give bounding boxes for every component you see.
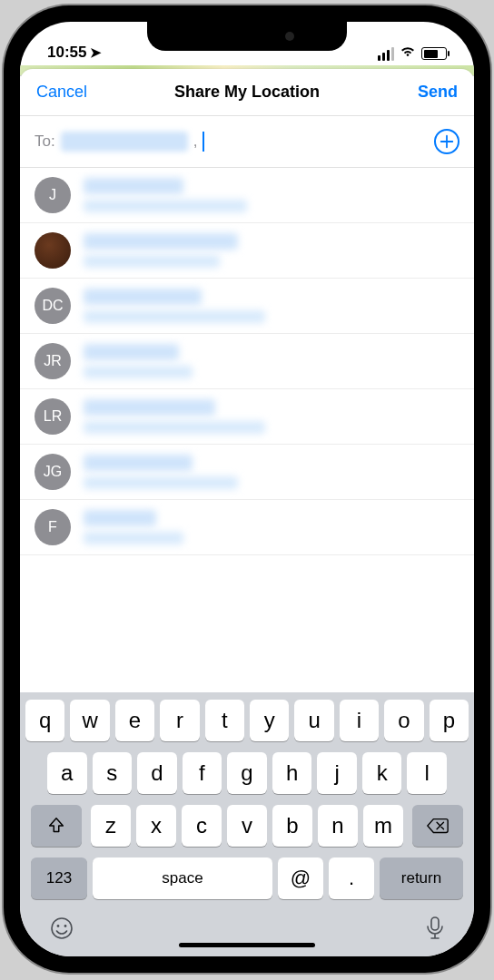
dictation-key[interactable] (425, 916, 445, 947)
contact-detail-redacted (84, 310, 265, 323)
page-title: Share My Location (174, 83, 320, 102)
backspace-key[interactable] (412, 805, 463, 847)
contact-row[interactable]: J (20, 168, 474, 223)
contact-detail-redacted (84, 200, 247, 212)
svg-point-2 (64, 925, 67, 927)
avatar-initials: LR (35, 398, 71, 435)
key-l[interactable]: l (407, 752, 447, 794)
svg-point-0 (52, 918, 72, 938)
key-x[interactable]: x (136, 805, 176, 847)
key-p[interactable]: p (430, 700, 469, 741)
key-u[interactable]: u (294, 700, 333, 741)
recipient-chip[interactable] (61, 132, 188, 152)
key-q[interactable]: q (25, 700, 64, 741)
contact-detail-redacted (84, 255, 220, 268)
avatar-initials: JR (35, 343, 71, 379)
key-o[interactable]: o (384, 700, 423, 741)
contact-row[interactable]: JG (20, 445, 474, 500)
key-m[interactable]: m (363, 805, 403, 847)
key-h[interactable]: h (272, 752, 312, 794)
key-e[interactable]: e (115, 700, 154, 741)
add-contact-button[interactable] (434, 129, 459, 154)
numbers-key[interactable]: 123 (31, 858, 87, 899)
space-key[interactable]: space (93, 858, 272, 899)
avatar-initials: J (35, 177, 71, 213)
contact-detail-redacted (84, 366, 193, 378)
contact-detail-redacted (84, 421, 265, 434)
contact-name-redacted (84, 344, 179, 360)
contact-name-redacted (84, 233, 238, 250)
key-y[interactable]: y (250, 700, 289, 741)
contact-name-redacted (84, 399, 215, 416)
key-v[interactable]: v (227, 805, 267, 847)
at-key[interactable]: @ (278, 858, 323, 899)
key-s[interactable]: s (93, 752, 133, 794)
contact-suggestions-list: JDCJRLRJGF (20, 168, 474, 692)
home-indicator[interactable] (179, 943, 315, 947)
cancel-button[interactable]: Cancel (36, 83, 87, 102)
phone-frame: 10:55 ➤ Cancel Share My Location Send To… (4, 5, 490, 973)
location-arrow-icon: ➤ (90, 44, 102, 61)
svg-point-1 (57, 925, 60, 927)
svg-rect-3 (431, 917, 439, 930)
battery-icon (421, 47, 447, 60)
recipient-separator: , (193, 132, 198, 151)
contact-detail-redacted (84, 476, 238, 489)
avatar-photo (35, 232, 71, 269)
screen: 10:55 ➤ Cancel Share My Location Send To… (20, 22, 474, 956)
key-g[interactable]: g (227, 752, 267, 794)
key-n[interactable]: n (318, 805, 358, 847)
shift-key[interactable] (31, 805, 82, 847)
contact-name-redacted (84, 289, 202, 305)
key-w[interactable]: w (70, 700, 109, 741)
contact-detail-redacted (84, 532, 183, 544)
return-key[interactable]: return (380, 858, 463, 899)
contact-name-redacted (84, 510, 156, 526)
contact-row[interactable]: JR (20, 334, 474, 389)
key-a[interactable]: a (47, 752, 87, 794)
emoji-key[interactable] (49, 916, 74, 947)
key-d[interactable]: d (137, 752, 177, 794)
send-button[interactable]: Send (418, 83, 458, 102)
key-k[interactable]: k (362, 752, 402, 794)
key-i[interactable]: i (340, 700, 379, 741)
nav-bar: Cancel Share My Location Send (20, 69, 474, 116)
period-key[interactable]: . (329, 858, 374, 899)
contact-row[interactable]: DC (20, 279, 474, 334)
key-j[interactable]: j (317, 752, 357, 794)
contact-name-redacted (84, 178, 183, 194)
key-t[interactable]: t (205, 700, 244, 741)
wifi-icon (400, 45, 416, 62)
key-r[interactable]: r (160, 700, 199, 741)
cellular-signal-icon (378, 47, 394, 61)
key-c[interactable]: c (182, 805, 222, 847)
key-z[interactable]: z (91, 805, 131, 847)
key-f[interactable]: f (183, 752, 222, 794)
contact-name-redacted (84, 455, 193, 471)
contact-row[interactable]: F (20, 500, 474, 555)
text-cursor (203, 132, 204, 152)
status-time: 10:55 (47, 44, 86, 62)
key-b[interactable]: b (272, 805, 312, 847)
avatar-initials: DC (35, 288, 71, 324)
keyboard: qwertyuiop asdfghjkl zxcvbnm 123 space @… (20, 692, 474, 956)
contact-row[interactable] (20, 223, 474, 279)
to-label: To: (35, 132, 55, 151)
to-field-row[interactable]: To: , (20, 116, 474, 168)
avatar-initials: F (35, 509, 71, 545)
notch (147, 22, 347, 51)
contact-row[interactable]: LR (20, 389, 474, 445)
avatar-initials: JG (35, 454, 71, 490)
